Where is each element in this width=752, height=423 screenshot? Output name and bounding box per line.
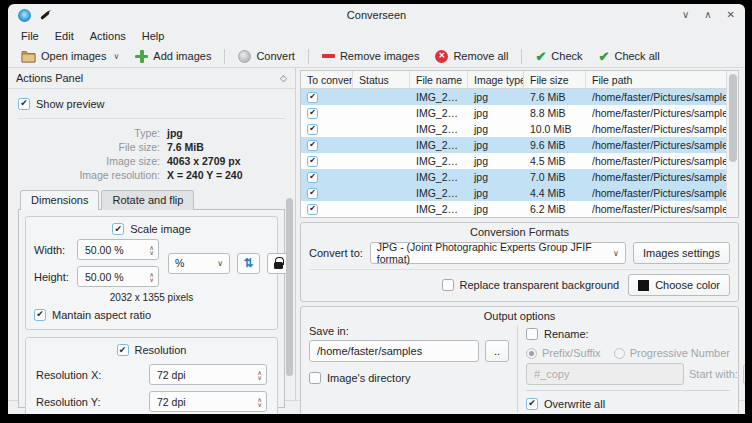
conversion-formats-title: Conversion Formats: [309, 225, 730, 240]
file-table: To convert Status File name Image type F…: [300, 70, 739, 218]
images-settings-button[interactable]: Images settings: [633, 242, 730, 264]
menu-actions[interactable]: Actions: [82, 28, 134, 44]
maximize-button[interactable]: ∧: [704, 10, 711, 20]
show-preview-checkbox[interactable]: ✔ Show preview: [18, 95, 285, 112]
minimize-button[interactable]: ∨: [682, 10, 689, 20]
chevron-down-icon: ∨: [113, 52, 119, 61]
remove-images-button[interactable]: Remove images: [314, 48, 427, 64]
row-checkbox[interactable]: ✔: [307, 156, 318, 167]
menu-edit[interactable]: Edit: [47, 28, 82, 44]
overwrite-all-checkbox[interactable]: ✔ Overwrite all: [526, 395, 730, 412]
col-image-type[interactable]: Image type: [468, 71, 524, 88]
check-button[interactable]: ✔ Check: [527, 48, 590, 65]
table-row[interactable]: ✔ IMG_2828-2.jpg jpg 4.4 MiB /home/faste…: [301, 185, 726, 201]
start-with-label: Start with:: [689, 368, 738, 380]
height-spinbox[interactable]: 50.00 % ∧∨: [77, 266, 159, 287]
actions-panel-title: Actions Panel: [16, 72, 83, 84]
remove-all-button[interactable]: ✕ Remove all: [427, 48, 516, 65]
info-filesize-value: 7.6 MiB: [167, 141, 285, 153]
row-checkbox[interactable]: ✔: [307, 124, 318, 135]
radio-icon: [526, 348, 537, 359]
table-row[interactable]: ✔ IMG_2815.jpg jpg 7.6 MiB /home/faster/…: [301, 89, 726, 105]
close-button[interactable]: ✕: [727, 10, 735, 20]
check-all-icon: ✔: [599, 50, 610, 63]
prefix-suffix-radio[interactable]: Prefix/Suffix: [526, 347, 601, 359]
table-row[interactable]: ✔ IMG_2826.jpg jpg 7.0 MiB /home/faster/…: [301, 169, 726, 185]
spinner-arrows-icon[interactable]: ∧∨: [257, 370, 262, 380]
refresh-icon: ⇅: [243, 257, 253, 269]
pixels-note: 2032 x 1355 pixels: [34, 292, 269, 303]
images-directory-checkbox[interactable]: ✔ Image's directory: [309, 369, 509, 386]
scale-image-checkbox[interactable]: ✔ Scale image: [34, 221, 269, 237]
check-all-button[interactable]: ✔ Check all: [591, 48, 668, 65]
spinner-arrows-icon[interactable]: ∧∨: [149, 272, 154, 282]
table-row[interactable]: ✔ IMG_2821.jpg jpg 9.6 MiB /home/faster/…: [301, 137, 726, 153]
add-images-button[interactable]: Add images: [127, 48, 219, 65]
table-row[interactable]: ✔ IMG_2826-Mo... jpg 4.5 MiB /home/faste…: [301, 153, 726, 169]
open-images-button[interactable]: Open images ∨: [13, 48, 127, 65]
float-panel-icon[interactable]: ◇: [280, 73, 287, 83]
add-plus-icon: [135, 50, 148, 63]
resolution-x-spinbox[interactable]: 72 dpi ∧∨: [149, 364, 267, 385]
row-checkbox[interactable]: ✔: [307, 108, 318, 119]
col-to-convert[interactable]: To convert: [301, 71, 353, 88]
resolution-checkbox[interactable]: ✔ Resolution: [34, 342, 269, 358]
tab-rotate-flip[interactable]: Rotate and flip: [101, 190, 194, 210]
output-options-title: Output options: [309, 309, 730, 324]
check-icon: ✔: [535, 50, 546, 63]
table-row[interactable]: ✔ IMG_2828-3.jpg jpg 6.2 MiB /home/faste…: [301, 201, 726, 217]
divider: [18, 118, 285, 119]
dimensions-tab-content: ✔ Scale image Width: 50.00 % ∧∨: [18, 209, 285, 408]
info-resolution-value: X = 240 Y = 240: [167, 169, 285, 181]
output-options-group: Output options Save in: .. ✔ Image's dir…: [300, 306, 739, 414]
choose-color-button[interactable]: Choose color: [628, 274, 730, 296]
checkbox-icon: ✔: [18, 98, 30, 110]
row-checkbox[interactable]: ✔: [307, 92, 318, 103]
col-file-name[interactable]: File name: [410, 71, 468, 88]
checkbox-icon: ✔: [442, 279, 454, 291]
convert-to-label: Convert to:: [309, 247, 363, 259]
info-type-value: jpg: [167, 127, 285, 139]
start-with-spinbox[interactable]: 1 ∧∨: [743, 364, 745, 385]
table-scrollbar[interactable]: [726, 71, 738, 217]
col-status[interactable]: Status: [353, 71, 410, 88]
tab-dimensions[interactable]: Dimensions: [20, 190, 99, 210]
maintain-aspect-ratio-checkbox[interactable]: ✔ Mantain aspect ratio: [34, 306, 269, 323]
chevron-down-icon: ∨: [613, 249, 619, 258]
swap-dimensions-button[interactable]: ⇅: [237, 253, 260, 274]
resolution-y-spinbox[interactable]: 72 dpi ∧∨: [149, 391, 267, 412]
rename-pattern-input[interactable]: [526, 363, 684, 385]
rename-checkbox[interactable]: ✔ Rename:: [526, 325, 730, 342]
save-in-input[interactable]: [309, 340, 479, 362]
convert-button[interactable]: Convert: [230, 48, 303, 65]
row-checkbox[interactable]: ✔: [307, 188, 318, 199]
scale-image-group: ✔ Scale image Width: 50.00 % ∧∨: [25, 216, 278, 330]
col-file-size[interactable]: File size: [524, 71, 586, 88]
table-row[interactable]: ✔ IMG_2820.jpg jpg 10.0 MiB /home/faster…: [301, 121, 726, 137]
toolbar-separator: [521, 49, 522, 64]
left-panel-scrollbar[interactable]: [286, 198, 293, 376]
menu-help[interactable]: Help: [134, 28, 173, 44]
table-row[interactable]: ✔ IMG_2816.jpg jpg 8.8 MiB /home/faster/…: [301, 105, 726, 121]
row-checkbox[interactable]: ✔: [307, 140, 318, 151]
row-checkbox[interactable]: ✔: [307, 204, 318, 215]
menu-file[interactable]: File: [13, 28, 47, 44]
titlebar[interactable]: Converseen ∨ ∧ ✕: [8, 4, 745, 26]
spinner-arrows-icon[interactable]: ∧∨: [149, 245, 154, 255]
format-select[interactable]: JPG - (Joint Photographic Experts Group …: [370, 242, 626, 264]
divider: [309, 269, 730, 270]
image-info: Type: jpg File size: 7.6 MiB Image size:…: [18, 125, 285, 181]
remove-minus-icon: [322, 54, 335, 58]
replace-transparent-background-checkbox[interactable]: ✔ Replace transparent background: [442, 277, 620, 294]
width-spinbox[interactable]: 50.00 % ∧∨: [77, 239, 159, 260]
save-in-label: Save in:: [309, 325, 509, 337]
checkbox-icon: ✔: [526, 328, 538, 340]
spinner-arrows-icon[interactable]: ∧∨: [257, 397, 262, 407]
resolution-y-label: Resolution Y:: [36, 396, 101, 408]
progressive-number-radio[interactable]: Progressive Number: [614, 347, 730, 359]
col-file-path[interactable]: File path: [586, 71, 726, 88]
row-checkbox[interactable]: ✔: [307, 172, 318, 183]
unit-select[interactable]: % ∨: [168, 253, 230, 274]
lock-icon: [274, 262, 283, 269]
browse-button[interactable]: ..: [485, 340, 509, 362]
